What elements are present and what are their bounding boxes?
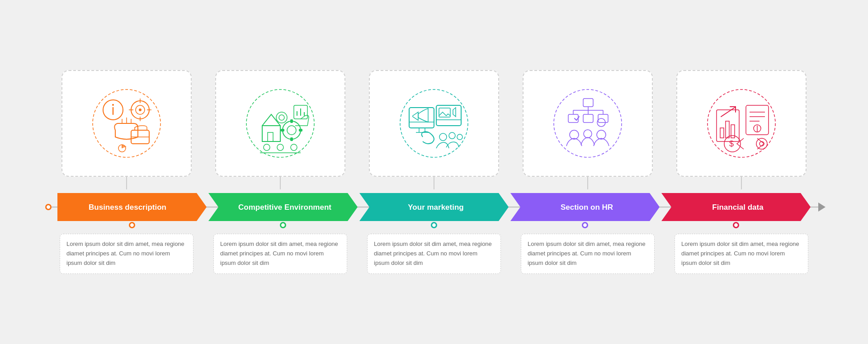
competitive-environment-icon [242, 85, 319, 162]
icon-card-5: $ [676, 70, 807, 177]
arrow-5-label: Financial data [692, 203, 779, 212]
arrow-5: Financial data [661, 193, 811, 221]
icon-card-2 [215, 70, 345, 177]
svg-text:$: $ [729, 139, 734, 148]
card-competitive-environment [203, 70, 357, 189]
connector-line-2 [280, 177, 281, 189]
svg-rect-23 [290, 119, 293, 123]
svg-rect-65 [720, 128, 724, 138]
icon-card-1 [61, 70, 192, 177]
arrow-4: Section on HR [510, 193, 660, 221]
desc-2-wrapper: Lorem ipsum dolor sit dim amet, mea regi… [203, 234, 357, 273]
icon-card-3 [369, 70, 499, 177]
connector-line-5 [741, 177, 742, 189]
desc-3: Lorem ipsum dolor sit dim amet, mea regi… [367, 234, 501, 273]
arrow-3: Your marketing [359, 193, 509, 221]
financial-data-icon: $ [703, 85, 780, 162]
svg-point-33 [264, 144, 270, 151]
svg-point-22 [287, 126, 296, 135]
svg-point-48 [457, 134, 462, 140]
cards-row: $ [50, 70, 818, 189]
svg-rect-50 [583, 99, 593, 107]
svg-point-49 [554, 90, 622, 157]
svg-rect-19 [262, 126, 280, 141]
svg-point-59 [570, 130, 579, 139]
arrows-group: Business description Competitive Environ… [57, 193, 811, 221]
arrow-dot-5 [733, 222, 739, 228]
svg-rect-25 [281, 129, 284, 132]
arrow-dot-4 [582, 222, 588, 228]
svg-point-6 [139, 108, 142, 111]
descriptions-row: Lorem ipsum dolor sit dim amet, mea regi… [50, 234, 818, 273]
desc-3-wrapper: Lorem ipsum dolor sit dim amet, mea regi… [357, 234, 511, 273]
svg-point-21 [283, 121, 301, 139]
arrow-1: Business description [57, 193, 207, 221]
svg-point-27 [276, 112, 287, 123]
svg-point-47 [449, 132, 455, 139]
infographic: $ Busi [23, 14, 845, 330]
arrows-section: Business description Competitive Environ… [50, 193, 818, 221]
section-on-hr-icon [549, 85, 626, 162]
timeline-start-dot [45, 204, 52, 210]
arrow-4-label: Section on HR [541, 203, 629, 212]
svg-rect-20 [268, 132, 273, 141]
svg-rect-45 [439, 108, 450, 117]
arrow-1-label: Business description [81, 203, 183, 212]
card-financial-data: $ [665, 70, 818, 189]
svg-point-61 [597, 130, 606, 139]
svg-point-46 [439, 133, 447, 141]
icon-card-4 [523, 70, 653, 177]
connector-line-4 [587, 177, 588, 189]
svg-rect-26 [299, 129, 302, 132]
desc-1: Lorem ipsum dolor sit dim amet, mea regi… [60, 234, 193, 273]
svg-rect-24 [290, 137, 293, 141]
svg-rect-52 [583, 114, 593, 123]
business-description-icon [88, 85, 165, 162]
timeline-end-arrow [818, 203, 826, 212]
connector-line-1 [126, 177, 127, 189]
card-your-marketing [357, 70, 511, 189]
desc-4: Lorem ipsum dolor sit dim amet, mea regi… [521, 234, 655, 273]
card-business-description [50, 70, 203, 189]
your-marketing-icon [396, 85, 472, 162]
card-section-on-hr [511, 70, 665, 189]
svg-point-35 [291, 144, 297, 151]
desc-2: Lorem ipsum dolor sit dim amet, mea regi… [213, 234, 347, 273]
svg-point-60 [584, 130, 592, 138]
svg-point-18 [246, 90, 314, 157]
svg-point-28 [279, 115, 284, 120]
svg-rect-66 [726, 121, 729, 138]
arrow-dot-3 [431, 222, 437, 228]
connector-line-3 [434, 177, 434, 189]
desc-4-wrapper: Lorem ipsum dolor sit dim amet, mea regi… [511, 234, 665, 273]
arrow-dot-2 [280, 222, 286, 228]
arrow-2: Competitive Environment [208, 193, 358, 221]
svg-rect-51 [568, 114, 578, 123]
arrow-2-label: Competitive Environment [218, 203, 348, 212]
svg-point-3 [112, 104, 114, 106]
desc-5-wrapper: Lorem ipsum dolor sit dim amet, mea regi… [665, 234, 818, 273]
svg-point-76 [756, 138, 767, 149]
arrow-3-label: Your marketing [388, 203, 480, 212]
svg-rect-38 [409, 108, 434, 128]
desc-5: Lorem ipsum dolor sit dim amet, mea regi… [675, 234, 808, 273]
svg-point-34 [277, 144, 283, 151]
arrow-dot-1 [129, 222, 135, 228]
desc-1-wrapper: Lorem ipsum dolor sit dim amet, mea regi… [50, 234, 203, 273]
